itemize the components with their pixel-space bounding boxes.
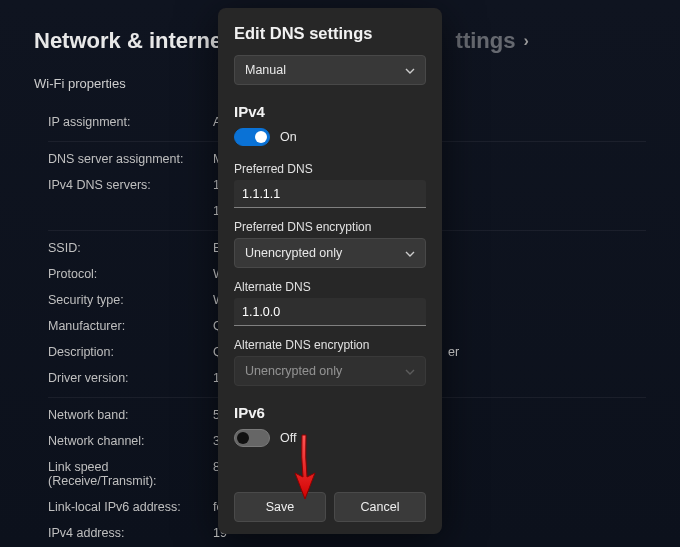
- preferred-dns-encryption-value: Unencrypted only: [245, 246, 342, 260]
- alternate-dns-label: Alternate DNS: [234, 280, 426, 294]
- ipv4-heading: IPv4: [234, 103, 426, 120]
- dialog-title: Edit DNS settings: [234, 24, 426, 43]
- dns-mode-select[interactable]: Manual: [234, 55, 426, 85]
- dns-mode-value: Manual: [245, 63, 286, 77]
- ipv6-heading: IPv6: [234, 404, 426, 421]
- breadcrumb-sub: ttings: [456, 28, 516, 54]
- save-button[interactable]: Save: [234, 492, 326, 522]
- chevron-down-icon: [405, 248, 415, 258]
- alternate-dns-input[interactable]: [234, 298, 426, 326]
- preferred-dns-encryption-select[interactable]: Unencrypted only: [234, 238, 426, 268]
- ipv4-toggle-label: On: [280, 130, 297, 144]
- edit-dns-dialog: Edit DNS settings Manual IPv4 On Preferr…: [218, 8, 442, 534]
- preferred-dns-label: Preferred DNS: [234, 162, 426, 176]
- chevron-right-icon: ›: [523, 32, 528, 50]
- ipv6-toggle[interactable]: [234, 429, 270, 447]
- alternate-dns-encryption-label: Alternate DNS encryption: [234, 338, 426, 352]
- alternate-dns-encryption-value: Unencrypted only: [245, 364, 342, 378]
- cancel-button[interactable]: Cancel: [334, 492, 426, 522]
- ipv4-toggle[interactable]: [234, 128, 270, 146]
- preferred-dns-encryption-label: Preferred DNS encryption: [234, 220, 426, 234]
- chevron-down-icon: [405, 65, 415, 75]
- alternate-dns-encryption-select[interactable]: Unencrypted only: [234, 356, 426, 386]
- chevron-down-icon: [405, 366, 415, 376]
- breadcrumb-title: Network & internet: [34, 28, 230, 54]
- preferred-dns-input[interactable]: [234, 180, 426, 208]
- ipv6-toggle-label: Off: [280, 431, 296, 445]
